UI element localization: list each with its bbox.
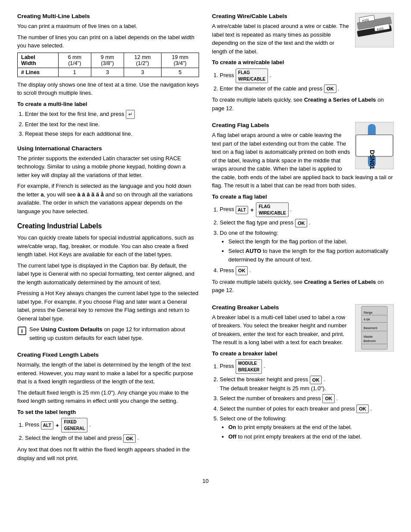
- breaker-bullets: On to print empty breakers at the end of…: [228, 423, 394, 441]
- multi-line-step-3: Repeat these steps for each additional l…: [25, 130, 199, 138]
- period2: .: [137, 435, 139, 441]
- wc-step1-press: Press: [220, 72, 236, 78]
- step3-text: Repeat these steps for each additional l…: [25, 131, 132, 137]
- flag-step1-dot: .: [290, 206, 292, 213]
- breaker-step-3: Select the number of breakers and press …: [220, 394, 394, 403]
- step1-press-text: Press: [25, 422, 41, 428]
- page-number: 10: [17, 478, 394, 484]
- wc-step2-text: Enter the diameter of the cable and pres…: [220, 85, 324, 92]
- breaker-step-5: Select one of the following: On to print…: [220, 414, 394, 441]
- table-col-9mm: 9 mm(3/8"): [91, 53, 124, 68]
- fixed-length-heading: Creating Fixed Length Labels: [17, 352, 199, 358]
- wire-cable-steps: Press FLAGWIRE/CABLE . Enter the diamete…: [220, 68, 394, 93]
- multi-line-para1: You can print a maximum of five lines on…: [17, 22, 199, 31]
- wire-cable-series-note: To create multiple labels quickly, see C…: [212, 96, 394, 112]
- ok-key-wc: OK: [324, 84, 336, 93]
- wc-step2-dot: .: [338, 85, 339, 92]
- multi-line-heading: Creating Multi-Line Labels: [17, 13, 199, 19]
- industrial-note: i See Using Custom Defaults on page 12 f…: [17, 325, 199, 345]
- table-col-12mm: 12 mm(1/2"): [124, 53, 161, 68]
- breaker-image: Range 4-6A Basement Master Bedroom: [355, 304, 394, 352]
- fixed-general-key: FIXEDGENERAL: [61, 418, 87, 432]
- international-para2: For example, if French is selected as th…: [17, 182, 199, 215]
- fixed-length-para3: Any text that does not fit within the fi…: [17, 445, 199, 462]
- svg-rect-18: [361, 322, 387, 323]
- flag-step2-dot: .: [309, 219, 311, 226]
- period: .: [89, 422, 91, 428]
- page-layout: Creating Multi-Line Labels You can print…: [17, 13, 394, 469]
- section-flag: DSN01 Creating Flag Labels A flag label …: [212, 122, 394, 297]
- wc-step1-dot: .: [270, 72, 271, 78]
- fixed-length-para2: The default fixed length is 25 mm (1.0")…: [17, 389, 199, 405]
- international-para1: The printer supports the extended Latin …: [17, 154, 199, 180]
- breaker-step3-text: Select the number of breakers and press: [220, 395, 322, 401]
- wire-cable-step-1: Press FLAGWIRE/CABLE .: [220, 68, 394, 83]
- multi-line-step-1: Enter the text for the first line, and p…: [25, 110, 199, 119]
- svg-text:DSN01: DSN01: [369, 150, 376, 169]
- note-icon: i: [17, 326, 27, 336]
- breaker-step2-dot: .: [324, 376, 325, 383]
- flag-sub-heading: To create a flag label: [212, 193, 394, 201]
- multi-line-step-2: Enter the text for the next line.: [25, 120, 199, 129]
- svg-rect-16: [361, 315, 387, 315]
- left-column: Creating Multi-Line Labels You can print…: [17, 13, 199, 469]
- table-header-label: LabelWidth: [18, 53, 59, 68]
- breaker-bullet-off: Off to not print empty breakers at the e…: [228, 432, 394, 441]
- flag-series-note: To create multiple labels quickly, see C…: [212, 278, 394, 295]
- international-heading: Using International Characters: [17, 145, 199, 152]
- flag-steps: Press ALT + FLAGWIRE/CABLE . Select the …: [220, 202, 394, 275]
- ok-key: OK: [123, 434, 136, 443]
- industrial-para3: Pressing a Hot Key always changes the cu…: [17, 289, 199, 323]
- flag-step1-press: Press: [220, 206, 236, 213]
- label-width-table: LabelWidth 6 mm(1/4") 9 mm(3/8") 12 mm(1…: [17, 53, 199, 77]
- ok-key-breaker4: OK: [356, 404, 369, 414]
- module-breaker-key: MODULEBREAKER: [236, 359, 262, 374]
- table-row-lines: # Lines: [18, 68, 59, 77]
- svg-text:Range: Range: [364, 311, 373, 314]
- table-col-6mm: 6 mm(1/4"): [58, 53, 91, 68]
- fixed-length-steps: Press ALT + FIXEDGENERAL . Select the le…: [25, 418, 199, 443]
- breaker-step1-dot: .: [264, 363, 265, 370]
- multi-line-steps: Enter the text for the first line, and p…: [25, 110, 199, 138]
- fixed-length-step-1: Press ALT + FIXEDGENERAL .: [25, 418, 199, 432]
- alt-key: ALT: [41, 421, 53, 429]
- table-lines-6mm: 1: [58, 68, 91, 77]
- multi-line-para2: The number of lines you can print on a l…: [17, 33, 199, 50]
- fixed-length-step-2: Select the length of the label and press…: [25, 434, 199, 443]
- step2-text: Select the length of the label and press: [25, 435, 123, 441]
- flag-step-1: Press ALT + FLAGWIRE/CABLE .: [220, 202, 394, 217]
- flag-image: DSN01: [355, 122, 394, 169]
- breaker-step4-text: Select the number of poles for each brea…: [220, 405, 356, 412]
- svg-text:4-6A: 4-6A: [364, 318, 370, 321]
- svg-text:Master: Master: [364, 335, 373, 338]
- table-col-19mm: 19 mm(3/4"): [161, 53, 199, 68]
- table-lines-19mm: 5: [161, 68, 199, 77]
- plus-icon: +: [56, 421, 59, 430]
- svg-text:Basement: Basement: [364, 327, 377, 330]
- cable-image: A101 A101: [355, 13, 394, 47]
- flag-step4-dot: .: [249, 267, 251, 274]
- enter-key: ↵: [126, 110, 135, 119]
- wire-cable-sub-heading: To create a wire/cable label: [212, 58, 394, 67]
- svg-rect-23: [361, 344, 387, 344]
- table-lines-12mm: 3: [124, 68, 161, 77]
- flag-bullet-2: Select AUTO to have the length for the f…: [228, 247, 394, 264]
- flag-step-2: Select the flag type and press OK .: [220, 218, 394, 227]
- breaker-step-2: Select the breaker height and press OK .…: [220, 375, 394, 392]
- ok-key-flag4: OK: [236, 266, 248, 275]
- flag-step4-press: Press: [220, 267, 236, 274]
- note-icon-wrap: i: [17, 326, 27, 337]
- flag-step3-text: Do one of the following:: [220, 230, 278, 236]
- multi-line-para3: The display only shows one line of text …: [17, 81, 199, 97]
- wire-cable-step-2: Enter the diameter of the cable and pres…: [220, 84, 394, 93]
- svg-text:Bedroom: Bedroom: [364, 339, 376, 342]
- svg-text:i: i: [21, 328, 23, 334]
- wire-cable-key: FLAGWIRE/CABLE: [236, 68, 268, 83]
- step2-text: Enter the text for the next line.: [25, 121, 100, 128]
- right-column: A101 A101 Creating Wire/Cable Labels A w…: [212, 13, 394, 469]
- breaker-steps: Press MODULEBREAKER . Select the breaker…: [220, 359, 394, 441]
- industrial-heading: Creating Industrial Labels: [17, 222, 199, 230]
- breaker-step-4: Select the number of poles for each brea…: [220, 404, 394, 414]
- breaker-step4-dot: .: [370, 405, 372, 412]
- plus-flag: +: [250, 206, 254, 215]
